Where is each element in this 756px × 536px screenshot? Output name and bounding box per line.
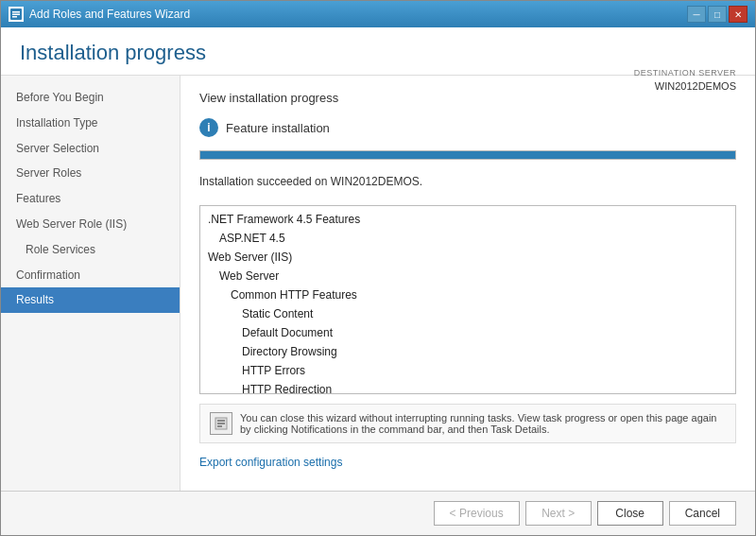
close-button[interactable]: Close [597,501,663,526]
progress-bar-fill [200,151,735,159]
feature-list-box[interactable]: .NET Framework 4.5 FeaturesASP.NET 4.5We… [199,205,736,394]
feature-list-item: ASP.NET 4.5 [208,229,728,248]
destination-label: DESTINATION SERVER [634,67,736,79]
svg-rect-2 [12,14,20,16]
feature-list-item: HTTP Errors [208,361,728,380]
sidebar: Before You BeginInstallation TypeServer … [1,76,180,491]
progress-bar [199,150,736,160]
feature-list-item: HTTP Redirection [208,380,728,394]
window-title: Add Roles and Features Wizard [29,8,190,21]
footer: < Previous Next > Close Cancel [1,491,755,535]
sidebar-item-server-roles[interactable]: Server Roles [1,161,180,186]
minimize-button[interactable]: ─ [687,6,706,23]
notification-row: You can close this wizard without interr… [199,404,736,443]
sidebar-item-role-services[interactable]: Role Services [1,237,180,263]
previous-button[interactable]: < Previous [434,501,520,526]
sidebar-item-server-selection[interactable]: Server Selection [1,136,180,162]
feature-list-item: Common HTTP Features [208,285,728,304]
sidebar-item-features[interactable]: Features [1,186,180,212]
info-icon: i [199,118,218,137]
feature-list-item: Default Document [208,323,728,342]
sidebar-item-before-you-begin[interactable]: Before You Begin [1,85,180,111]
feature-list-item: Static Content [208,304,728,323]
app-icon [9,7,24,22]
success-text: Installation succeeded on WIN2012DEMOS. [199,175,736,188]
svg-rect-3 [12,16,17,18]
body-content: Before You BeginInstallation TypeServer … [1,76,755,491]
next-button[interactable]: Next > [525,501,592,526]
feature-list-item: Directory Browsing [208,342,728,361]
feature-install-row: i Feature installation [199,118,736,137]
destination-server: DESTINATION SERVER WIN2012DEMOS [634,67,736,94]
sidebar-item-results[interactable]: Results [1,287,180,313]
notification-text: You can close this wizard without interr… [240,412,726,435]
feature-install-label: Feature installation [226,121,330,135]
window-controls: ─ □ ✕ [687,6,747,23]
main-panel: View installation progress i Feature ins… [180,76,755,491]
maximize-button[interactable]: □ [708,6,727,23]
feature-list-item: Web Server (IIS) [208,248,728,267]
svg-rect-5 [217,420,225,422]
destination-name: WIN2012DEMOS [634,79,736,94]
cancel-button[interactable]: Cancel [669,501,736,526]
export-configuration-link[interactable]: Export configuration settings [199,456,342,469]
titlebar: Add Roles and Features Wizard ─ □ ✕ [1,1,755,27]
notification-icon [210,412,232,435]
sidebar-item-installation-type[interactable]: Installation Type [1,111,180,136]
svg-rect-7 [217,425,222,427]
sidebar-item-confirmation[interactable]: Confirmation [1,263,180,288]
close-window-button[interactable]: ✕ [729,6,747,23]
feature-list-item: Web Server [208,267,728,285]
feature-list-item: .NET Framework 4.5 Features [208,210,728,229]
export-link-container: Export configuration settings [199,453,736,470]
sidebar-item-web-server-role-iis[interactable]: Web Server Role (IIS) [1,212,180,237]
page-title: Installation progress [20,41,736,65]
main-window: Add Roles and Features Wizard ─ □ ✕ Inst… [0,0,756,536]
svg-rect-6 [217,423,225,424]
svg-rect-1 [12,11,20,13]
page-header: Installation progress DESTINATION SERVER… [1,27,755,76]
titlebar-left: Add Roles and Features Wizard [9,7,190,22]
